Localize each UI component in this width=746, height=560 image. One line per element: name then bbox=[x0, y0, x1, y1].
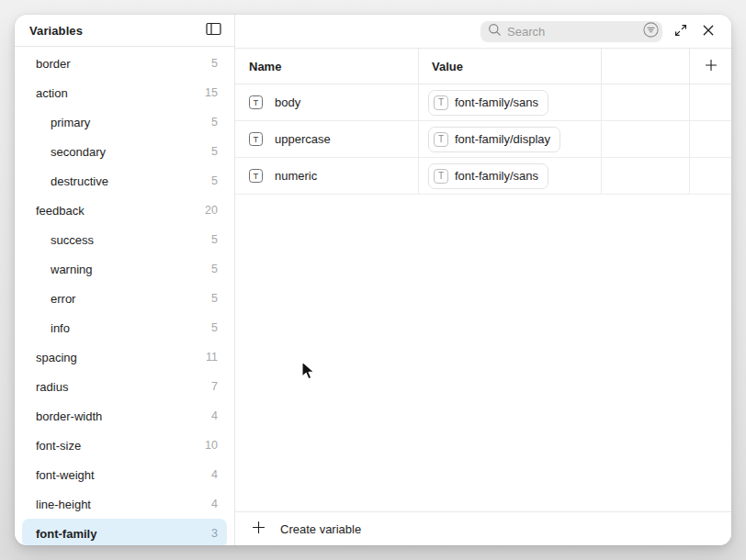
sidebar-item-label: success bbox=[51, 233, 94, 247]
sidebar-item-label: action bbox=[36, 86, 68, 100]
column-header-value: Value bbox=[419, 49, 602, 84]
panel-toggle-icon bbox=[206, 22, 221, 39]
sidebar-item-count: 15 bbox=[205, 86, 218, 99]
cell-name[interactable]: T body bbox=[235, 84, 419, 120]
sidebar-item-success[interactable]: success 5 bbox=[22, 225, 227, 254]
sidebar-item-label: font-size bbox=[36, 439, 81, 453]
sidebar-item-border[interactable]: border 5 bbox=[22, 49, 227, 78]
main-header bbox=[235, 15, 731, 48]
create-variable-button[interactable] bbox=[247, 518, 269, 540]
sidebar-item-action[interactable]: action 15 bbox=[22, 78, 227, 107]
sidebar-item-info[interactable]: info 5 bbox=[22, 313, 227, 342]
sidebar-item-destructive[interactable]: destructive 5 bbox=[22, 166, 227, 196]
expand-button[interactable] bbox=[670, 20, 692, 42]
sidebar-item-error[interactable]: error 5 bbox=[22, 284, 227, 313]
table-row[interactable]: T body T font-family/sans bbox=[235, 84, 731, 121]
sidebar-item-count: 5 bbox=[211, 57, 218, 70]
sidebar-item-label: feedback bbox=[36, 204, 85, 218]
footer: Create variable bbox=[235, 511, 731, 545]
sidebar-item-feedback[interactable]: feedback 20 bbox=[22, 196, 227, 225]
sidebar-item-label: secondary bbox=[51, 145, 106, 159]
search-field[interactable] bbox=[480, 21, 662, 42]
sidebar-item-label: border bbox=[36, 57, 71, 71]
text-variable-icon: T bbox=[434, 132, 448, 147]
sidebar-item-label: radius bbox=[36, 380, 68, 394]
text-variable-icon: T bbox=[249, 95, 263, 109]
sidebar-item-font-size[interactable]: font-size 10 bbox=[22, 431, 227, 460]
sidebar-item-radius[interactable]: radius 7 bbox=[22, 372, 227, 401]
sidebar-item-count: 4 bbox=[211, 468, 218, 481]
text-variable-icon: T bbox=[434, 169, 448, 184]
sidebar-item-border-width[interactable]: border-width 4 bbox=[22, 401, 227, 431]
sidebar-item-count: 4 bbox=[211, 498, 218, 510]
plus-icon bbox=[252, 521, 266, 537]
filter-icon bbox=[642, 21, 660, 41]
cell-empty[interactable] bbox=[602, 84, 690, 120]
sidebar-item-line-height[interactable]: line-height 4 bbox=[22, 489, 227, 519]
sidebar-item-count: 5 bbox=[211, 321, 218, 334]
sidebar-item-label: border-width bbox=[36, 409, 102, 423]
variable-name: uppercase bbox=[275, 132, 331, 146]
table-header: Name Value bbox=[235, 48, 731, 84]
sidebar-item-count: 11 bbox=[206, 351, 218, 364]
sidebar-item-label: line-height bbox=[36, 498, 91, 511]
sidebar-item-secondary[interactable]: secondary 5 bbox=[22, 137, 227, 166]
value-label: font-family/display bbox=[455, 132, 550, 146]
text-variable-icon: T bbox=[249, 132, 263, 146]
sidebar-item-label: spacing bbox=[36, 351, 77, 364]
value-label: font-family/sans bbox=[455, 169, 538, 183]
filter-button[interactable] bbox=[641, 22, 661, 41]
cell-name[interactable]: T uppercase bbox=[235, 121, 419, 157]
sidebar-header: Variables bbox=[15, 15, 234, 47]
expand-icon bbox=[673, 23, 688, 40]
variable-group-list: border 5 action 15 primary 5 secondary 5… bbox=[15, 47, 234, 545]
sidebar-item-label: warning bbox=[51, 263, 93, 276]
search-icon bbox=[488, 23, 502, 40]
close-icon bbox=[702, 24, 715, 39]
sidebar-item-count: 5 bbox=[211, 174, 218, 187]
cell-value[interactable]: T font-family/sans bbox=[419, 158, 602, 194]
cell-empty[interactable] bbox=[690, 158, 731, 194]
sidebar-item-primary[interactable]: primary 5 bbox=[22, 107, 227, 137]
panel-title: Variables bbox=[29, 24, 83, 38]
close-button[interactable] bbox=[697, 20, 719, 42]
sidebar-item-label: primary bbox=[51, 116, 90, 129]
sidebar-item-font-weight[interactable]: font-weight 4 bbox=[22, 460, 227, 489]
table-row[interactable]: T numeric T font-family/sans bbox=[235, 158, 731, 195]
cell-empty[interactable] bbox=[602, 121, 690, 157]
sidebar: Variables border 5 action 15 primary 5 s… bbox=[15, 15, 235, 545]
value-pill[interactable]: T font-family/sans bbox=[428, 163, 548, 189]
sidebar-item-label: font-family bbox=[36, 527, 96, 541]
value-pill[interactable]: T font-family/sans bbox=[428, 90, 548, 116]
variable-name: numeric bbox=[275, 169, 317, 183]
sidebar-item-font-family[interactable]: font-family 3 bbox=[22, 519, 227, 545]
variable-name: body bbox=[275, 95, 300, 109]
table-empty-area bbox=[235, 195, 731, 511]
sidebar-item-label: destructive bbox=[51, 174, 108, 188]
sidebar-item-warning[interactable]: warning 5 bbox=[22, 254, 227, 284]
text-variable-icon: T bbox=[434, 95, 448, 110]
add-column-button[interactable] bbox=[700, 55, 722, 77]
sidebar-item-count: 5 bbox=[211, 116, 218, 129]
sidebar-item-count: 5 bbox=[211, 263, 218, 275]
sidebar-item-spacing[interactable]: spacing 11 bbox=[22, 342, 227, 372]
sidebar-item-count: 10 bbox=[205, 439, 218, 452]
cell-empty[interactable] bbox=[690, 84, 731, 120]
cell-value[interactable]: T font-family/display bbox=[419, 121, 602, 157]
search-input[interactable] bbox=[507, 25, 641, 39]
cell-value[interactable]: T font-family/sans bbox=[419, 84, 602, 120]
sidebar-item-count: 20 bbox=[205, 204, 218, 217]
value-pill[interactable]: T font-family/display bbox=[428, 127, 560, 152]
sidebar-item-count: 3 bbox=[211, 527, 218, 540]
sidebar-item-count: 7 bbox=[211, 380, 218, 393]
cell-empty[interactable] bbox=[690, 121, 731, 157]
sidebar-item-count: 5 bbox=[211, 292, 218, 305]
plus-icon bbox=[705, 59, 718, 74]
create-variable-label: Create variable bbox=[280, 522, 361, 536]
panel-toggle-button[interactable] bbox=[202, 19, 224, 41]
cell-name[interactable]: T numeric bbox=[235, 158, 419, 194]
main-panel: Name Value T body T font-family/sans bbox=[235, 15, 731, 545]
table-row[interactable]: T uppercase T font-family/display bbox=[235, 121, 731, 158]
cell-empty[interactable] bbox=[602, 158, 690, 194]
value-label: font-family/sans bbox=[455, 95, 538, 109]
